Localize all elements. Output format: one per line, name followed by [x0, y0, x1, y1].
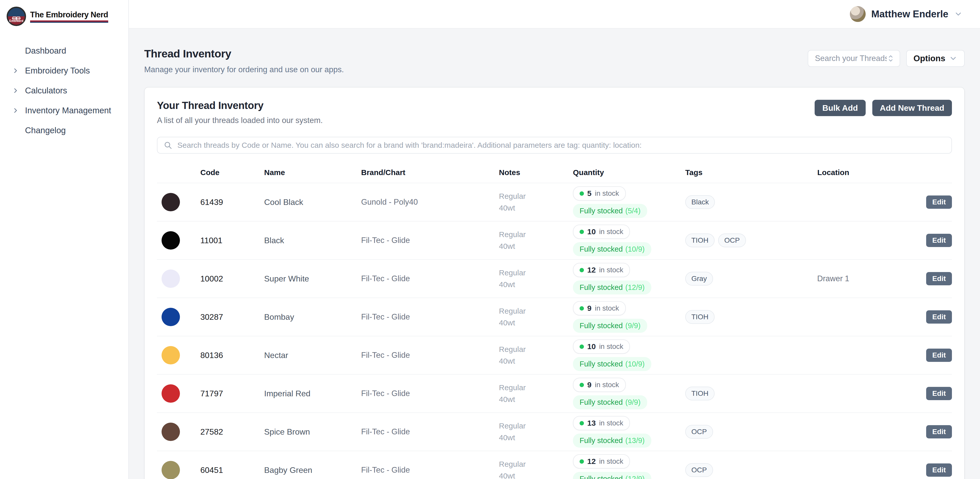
cell-tags: OCP [673, 463, 762, 477]
cell-code: 80136 [190, 351, 254, 360]
thread-color-swatch [162, 346, 180, 364]
stock-count-pill: 12 in stock [573, 263, 630, 277]
stock-suffix: in stock [599, 419, 623, 427]
fully-stocked-label: Fully stocked [579, 436, 623, 445]
fully-stocked-badge: Fully stocked (12/9) [573, 280, 651, 294]
table-row: 30287 Bombay Fil-Tec - Glide Regular 40w… [157, 298, 952, 336]
cell-tags: TIOH [673, 310, 762, 324]
cell-brand: Fil-Tec - Glide [351, 312, 489, 321]
cell-brand: Fil-Tec - Glide [351, 236, 489, 245]
glasses-icon [12, 16, 21, 19]
fully-stocked-badge: Fully stocked (5/4) [573, 204, 647, 218]
cell-brand: Fil-Tec - Glide [351, 389, 489, 398]
stock-suffix: in stock [599, 266, 623, 274]
stock-count-pill: 10 in stock [573, 339, 630, 354]
stock-dot-icon [579, 345, 584, 349]
tag-badge: OCP [718, 234, 746, 247]
stock-suffix: in stock [599, 457, 623, 465]
stock-dot-icon [579, 230, 584, 234]
tag-badge: Gray [685, 272, 713, 286]
fully-stocked-label: Fully stocked [579, 321, 623, 330]
cell-brand: Fil-Tec - Glide [351, 465, 489, 475]
cell-notes: Regular 40wt [489, 458, 542, 479]
stock-count: 12 [587, 266, 596, 274]
table-row: 71797 Imperial Red Fil-Tec - Glide Regul… [157, 375, 952, 413]
topbar: Matthew Enderle [129, 0, 980, 29]
cell-name: Spice Brown [254, 427, 351, 437]
bulk-add-button[interactable]: Bulk Add [815, 100, 865, 116]
tag-badge: TIOH [685, 234, 714, 247]
fully-stocked-label: Fully stocked [579, 207, 623, 215]
cell-brand: Fil-Tec - Glide [351, 427, 489, 436]
stock-count: 12 [587, 457, 596, 466]
fully-stocked-badge: Fully stocked (9/9) [573, 319, 647, 333]
card-subtitle: A list of all your threads loaded into o… [157, 116, 323, 125]
brand-underline [30, 21, 108, 23]
search-icon [164, 141, 172, 150]
edit-button[interactable]: Edit [926, 463, 952, 477]
table-search-input[interactable] [177, 141, 945, 150]
table-row: 60451 Bagby Green Fil-Tec - Glide Regula… [157, 451, 952, 479]
stock-count-pill: 12 in stock [573, 454, 630, 468]
user-avatar[interactable] [850, 6, 865, 22]
stock-count-pill: 9 in stock [573, 301, 626, 315]
edit-button[interactable]: Edit [926, 349, 952, 362]
cell-notes: Regular 40wt [489, 267, 542, 291]
stocked-ratio: (5/4) [625, 207, 641, 215]
stocked-ratio: (10/9) [625, 360, 645, 368]
thread-color-swatch [162, 384, 180, 403]
options-button[interactable]: Options [906, 50, 965, 67]
brand-logo[interactable]: EmbNerd The Embroidery Nerd [0, 0, 128, 29]
sidebar-item-dashboard[interactable]: Dashboard [0, 41, 128, 61]
sidebar-item-label: Changelog [25, 126, 66, 135]
fully-stocked-label: Fully stocked [579, 475, 623, 479]
chevron-down-icon[interactable] [954, 10, 963, 18]
stocked-ratio: (13/9) [625, 436, 645, 445]
cell-notes: Regular 40wt [489, 190, 542, 214]
tag-badge: Black [685, 195, 715, 209]
cell-name: Bombay [254, 312, 351, 322]
sidebar-item-inventory-management[interactable]: Inventory Management [0, 100, 128, 121]
thread-inventory-card: Your Thread Inventory A list of all your… [144, 87, 965, 479]
sidebar-item-label: Dashboard [25, 46, 66, 56]
sidebar: EmbNerd The Embroidery Nerd DashboardEmb… [0, 0, 129, 479]
edit-button[interactable]: Edit [926, 272, 952, 285]
stocked-ratio: (12/9) [625, 283, 645, 292]
fully-stocked-badge: Fully stocked (10/9) [573, 357, 651, 371]
fully-stocked-label: Fully stocked [579, 283, 623, 292]
table-row: 80136 Nectar Fil-Tec - Glide Regular 40w… [157, 336, 952, 375]
edit-button[interactable]: Edit [926, 425, 952, 438]
header-quantity: Quantity [563, 168, 673, 177]
page-title: Thread Inventory [144, 48, 344, 60]
fully-stocked-badge: Fully stocked (12/9) [573, 472, 651, 479]
sidebar-item-embroidery-tools[interactable]: Embroidery Tools [0, 61, 128, 81]
edit-button[interactable]: Edit [926, 196, 952, 209]
table-search-box[interactable] [157, 137, 952, 154]
cell-brand: Gunold - Poly40 [351, 197, 489, 207]
stock-count-pill: 10 in stock [573, 224, 630, 239]
card-title: Your Thread Inventory [157, 100, 323, 111]
cell-code: 71797 [190, 389, 254, 398]
thread-search-input[interactable] [815, 54, 887, 63]
sidebar-item-calculators[interactable]: Calculators [0, 81, 128, 100]
stock-count: 9 [587, 380, 592, 389]
stock-count: 10 [587, 228, 596, 236]
page-subtitle: Manage your inventory for ordering and u… [144, 65, 344, 74]
stocked-ratio: (12/9) [625, 475, 645, 479]
cell-brand: Fil-Tec - Glide [351, 274, 489, 283]
edit-button[interactable]: Edit [926, 387, 952, 400]
stock-suffix: in stock [595, 304, 619, 312]
cell-code: 10002 [190, 274, 254, 283]
header-brand: Brand/Chart [351, 168, 489, 177]
edit-button[interactable]: Edit [926, 234, 952, 247]
stock-dot-icon [579, 268, 584, 272]
thread-search-select[interactable] [808, 50, 900, 67]
user-name[interactable]: Matthew Enderle [871, 9, 948, 20]
sidebar-item-changelog[interactable]: Changelog [0, 121, 128, 140]
stock-suffix: in stock [595, 381, 619, 389]
thread-color-swatch [162, 461, 180, 479]
cell-tags: TIOH [673, 387, 762, 400]
add-new-thread-button[interactable]: Add New Thread [872, 100, 952, 116]
stock-dot-icon [579, 191, 584, 196]
edit-button[interactable]: Edit [926, 310, 952, 324]
